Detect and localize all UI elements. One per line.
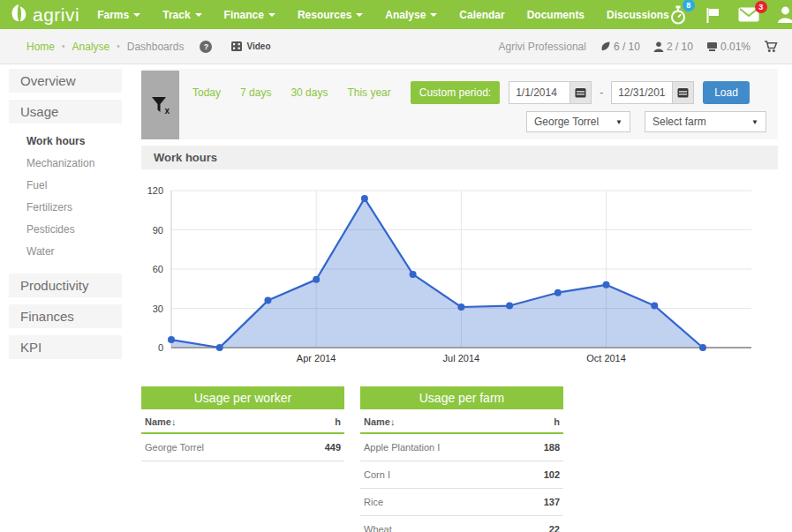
chart-point[interactable]	[457, 303, 464, 311]
plan-info: Agrivi Professional 6 / 10 2 / 10 0.01%	[499, 40, 778, 53]
chevron-down-icon	[195, 13, 202, 17]
table-header-row: Name↓ h	[141, 409, 344, 434]
sidebar-item-fertilizers[interactable]: Fertilizers	[9, 197, 122, 219]
svg-text:60: 60	[153, 264, 163, 274]
filter-area: x Today 7 days 30 days This year Custom …	[141, 69, 778, 139]
sidebar-item-finances[interactable]: Finances	[9, 304, 122, 328]
sidebar-item-water[interactable]: Water	[9, 241, 122, 263]
custom-period-button[interactable]: Custom period:	[411, 81, 500, 104]
agrivi-logo[interactable]: agrivi	[0, 3, 97, 26]
sort-by-name-header[interactable]: Name↓	[364, 416, 395, 427]
storage-icon	[706, 41, 718, 52]
sidebar-item-kpi[interactable]: KPI	[9, 335, 122, 359]
period-30days-link[interactable]: 30 days	[290, 86, 328, 99]
film-icon	[231, 41, 242, 51]
person-icon	[653, 41, 664, 52]
breadcrumb-analyse[interactable]: Analyse	[72, 41, 110, 53]
date-from-input[interactable]	[509, 81, 570, 104]
chevron-down-icon	[133, 13, 140, 17]
chart-point[interactable]	[216, 344, 223, 351]
flag-icon[interactable]	[705, 6, 720, 24]
chart-point[interactable]	[361, 195, 368, 202]
chevron-down-icon: ▼	[751, 118, 758, 126]
table-header-row: Name↓ h	[360, 409, 563, 434]
breadcrumb-home[interactable]: Home	[26, 41, 55, 53]
sidebar-item-pesticides[interactable]: Pesticides	[9, 219, 122, 241]
help-icon[interactable]: ?	[200, 41, 212, 53]
menu-farms[interactable]: Farms	[97, 9, 140, 21]
mail-badge: 3	[755, 1, 767, 13]
sort-by-name-header[interactable]: Name↓	[145, 416, 176, 427]
chart-point[interactable]	[264, 297, 271, 304]
chart-point[interactable]	[699, 344, 706, 351]
alarm-clock-icon[interactable]: 8	[669, 5, 687, 25]
farm-hours: 188	[544, 442, 560, 453]
farm-name: Wheat	[364, 524, 392, 532]
menu-track[interactable]: Track	[162, 9, 201, 21]
period-this-year-link[interactable]: This year	[347, 86, 390, 99]
load-button[interactable]: Load	[703, 81, 750, 104]
sidebar-item-usage[interactable]: Usage	[9, 100, 122, 124]
sidebar-item-overview[interactable]: Overview	[9, 69, 122, 93]
menu-analyse[interactable]: Analyse	[385, 9, 437, 21]
breadcrumb-bar: Home • Analyse • Dashboards ? Video Agri…	[0, 29, 792, 64]
farm-name: Rice	[364, 497, 383, 507]
menu-resources[interactable]: Resources	[298, 9, 363, 21]
usage-per-farm-table: Usage per farm Name↓ h Apple Plantation …	[360, 386, 563, 532]
farm-hours: 137	[544, 497, 560, 507]
table-row: Apple Plantation I 188	[360, 434, 563, 461]
mail-icon[interactable]: 3	[738, 7, 759, 22]
sidebar-item-fuel[interactable]: Fuel	[9, 175, 122, 197]
main-area: Overview Usage Work hours Mechanization …	[0, 64, 792, 532]
menu-documents[interactable]: Documents	[527, 9, 585, 21]
menu-finance[interactable]: Finance	[224, 9, 275, 21]
sidebar-item-mechanization[interactable]: Mechanization	[9, 153, 122, 175]
farm-name: Corn I	[364, 469, 390, 480]
date-to-input[interactable]	[611, 81, 673, 104]
chart-point[interactable]	[554, 289, 562, 296]
breadcrumb-separator: •	[62, 41, 65, 51]
chevron-down-icon	[356, 13, 363, 17]
farm-select[interactable]: Select farm ▼	[645, 111, 766, 132]
person-icon	[777, 6, 792, 23]
date-to-group	[611, 81, 694, 104]
worker-name: George Torrel	[145, 442, 204, 453]
table-row: Wheat 22	[360, 516, 563, 532]
user-menu[interactable]	[777, 6, 792, 23]
chart-point[interactable]	[313, 276, 320, 283]
hours-column-header: h	[335, 416, 341, 427]
chart-point[interactable]	[506, 303, 513, 310]
period-today-link[interactable]: Today	[192, 86, 221, 99]
farm-hours: 22	[549, 524, 560, 532]
usage-submenu: Work hours Mechanization Fuel Fertilizer…	[9, 131, 122, 263]
work-hours-chart[interactable]: 0306090120Apr 2014Jul 2014Oct 2014	[141, 177, 777, 367]
menu-calendar[interactable]: Calendar	[459, 9, 504, 21]
clear-filter-button[interactable]: x	[141, 71, 179, 139]
period-7days-link[interactable]: 7 days	[240, 86, 271, 99]
calendar-icon[interactable]	[570, 81, 592, 104]
content: x Today 7 days 30 days This year Custom …	[141, 69, 778, 532]
sidebar: Overview Usage Work hours Mechanization …	[9, 69, 122, 366]
chart-point[interactable]	[410, 271, 417, 278]
svg-text:Jul 2014: Jul 2014	[443, 353, 480, 363]
chart-point[interactable]	[603, 281, 610, 288]
panel-title: Work hours	[141, 146, 778, 169]
users-quota: 2 / 10	[653, 41, 693, 53]
worker-select[interactable]: George Torrel ▼	[526, 111, 630, 132]
svg-text:90: 90	[153, 225, 163, 236]
calendar-icon[interactable]	[673, 81, 694, 104]
video-tutorial-link[interactable]: Video	[231, 41, 270, 51]
table-row: Corn I 102	[360, 461, 563, 489]
chart-point[interactable]	[651, 303, 658, 310]
date-range-separator: -	[600, 86, 603, 99]
top-navbar: agrivi Farms Track Finance Resources Ana…	[0, 0, 792, 29]
chart-point[interactable]	[168, 336, 175, 343]
cart-icon[interactable]	[764, 40, 778, 53]
sort-arrow-icon: ↓	[390, 416, 396, 427]
menu-discussions[interactable]: Discussions	[607, 9, 669, 21]
sidebar-item-work-hours[interactable]: Work hours	[9, 131, 122, 153]
sidebar-item-productivity[interactable]: Productivity	[9, 273, 122, 297]
farms-quota: 6 / 10	[600, 41, 640, 53]
table-row: Rice 137	[360, 489, 563, 516]
chevron-down-icon: ▼	[615, 118, 622, 126]
